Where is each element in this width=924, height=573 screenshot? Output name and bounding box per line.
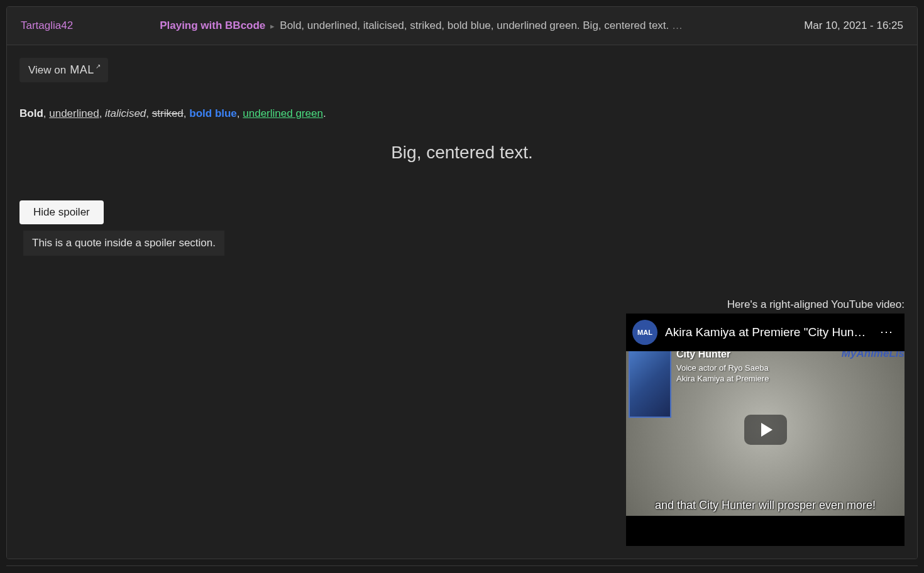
post-date: Mar 10, 2021 - 16:25	[804, 19, 903, 32]
italic-text: italicised	[105, 107, 146, 119]
username-link[interactable]: Tartaglia42	[21, 19, 73, 32]
video-frame[interactable]: City Hunter Voice actor of Ryo Saeba Aki…	[626, 344, 905, 516]
underlined-text: underlined	[49, 107, 99, 119]
post-container: Tartaglia42 Playing with BBcode ▸ Bold, …	[6, 6, 918, 559]
mal-logo-icon: MAL	[70, 63, 99, 77]
striked-text: striked	[152, 107, 184, 119]
post-title[interactable]: Playing with BBcode	[160, 19, 265, 32]
video-caption: Here's a right-aligned YouTube video:	[19, 298, 905, 311]
preview-text: Bold, underlined, italicised, striked, b…	[280, 19, 672, 31]
quote-box: This is a quote inside a spoiler section…	[23, 231, 224, 256]
view-on-mal-button[interactable]: View on MAL	[19, 58, 108, 82]
bottom-divider	[6, 565, 918, 566]
hide-spoiler-button[interactable]: Hide spoiler	[19, 200, 104, 224]
channel-icon[interactable]: MAL	[632, 320, 657, 345]
post-body: View on MAL Bold, underlined, italicised…	[7, 45, 917, 559]
bbcode-sample-line: Bold, underlined, italicised, striked, b…	[19, 107, 905, 120]
video-header: MAL Akira Kamiya at Premiere "City Hun… …	[626, 314, 905, 351]
video-actor-name: Akira Kamiya at Premiere	[676, 373, 769, 385]
video-thumbnail-overlay	[629, 346, 671, 418]
video-subtitle: and that City Hunter will prosper even m…	[626, 499, 905, 512]
view-on-label: View on	[28, 64, 66, 77]
ellipsis: …	[672, 19, 683, 31]
video-player[interactable]: MAL Akira Kamiya at Premiere "City Hun… …	[626, 314, 905, 546]
bold-blue-text: bold blue	[189, 107, 237, 119]
video-section: Here's a right-aligned YouTube video: MA…	[19, 298, 905, 546]
big-centered-text: Big, centered text.	[19, 143, 905, 163]
video-info-text: City Hunter Voice actor of Ryo Saeba Aki…	[676, 347, 769, 385]
bold-text: Bold	[19, 107, 43, 119]
video-title[interactable]: Akira Kamiya at Premiere "City Hun…	[665, 325, 868, 339]
chevron-right-icon: ▸	[270, 21, 275, 31]
post-preview: Bold, underlined, italicised, striked, b…	[280, 19, 786, 32]
post-header: Tartaglia42 Playing with BBcode ▸ Bold, …	[7, 7, 917, 45]
underlined-green-text: underlined green	[243, 107, 323, 119]
video-menu-icon[interactable]: ⋮	[876, 326, 898, 339]
video-voice-actor-line: Voice actor of Ryo Saeba	[676, 363, 769, 374]
play-button-icon[interactable]	[744, 415, 787, 445]
